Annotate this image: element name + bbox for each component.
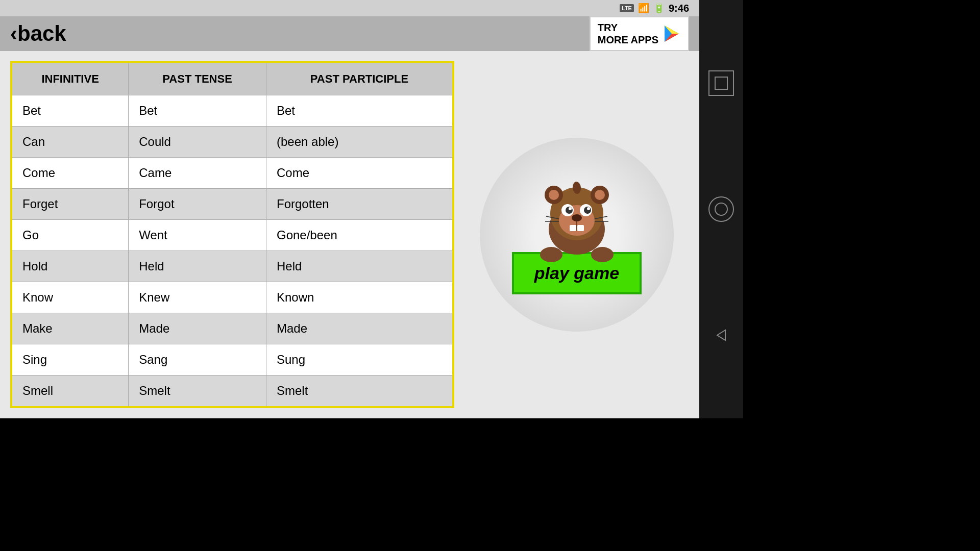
status-time: 9:46 bbox=[669, 3, 689, 14]
table-cell: Sang bbox=[129, 344, 266, 375]
svg-rect-28 bbox=[715, 77, 727, 89]
table-cell: Come bbox=[266, 158, 452, 189]
table-row: BetBetBet bbox=[12, 95, 452, 127]
table-row: ComeCameCome bbox=[12, 158, 452, 189]
svg-point-25 bbox=[540, 247, 562, 262]
table-cell: Hold bbox=[12, 251, 129, 282]
table-cell: Forget bbox=[12, 189, 129, 220]
table-cell: Can bbox=[12, 127, 129, 158]
table-cell: Come bbox=[12, 158, 129, 189]
table-cell: Smelt bbox=[129, 375, 266, 407]
play-store-icon bbox=[663, 24, 681, 43]
battery-icon: 🔋 bbox=[653, 3, 665, 14]
signal-icon: 📶 bbox=[638, 3, 649, 14]
back-triangle-button[interactable] bbox=[708, 322, 734, 348]
beaver-mascot bbox=[531, 176, 623, 267]
body-area: INFINITIVE PAST TENSE PAST PARTICIPLE Be… bbox=[0, 51, 699, 418]
table-cell: Bet bbox=[12, 95, 129, 127]
header: ‹back TRY MORE APPS bbox=[0, 16, 699, 51]
table-cell: Held bbox=[129, 251, 266, 282]
svg-marker-30 bbox=[717, 330, 725, 340]
svg-point-16 bbox=[587, 207, 590, 210]
table-cell: Smelt bbox=[266, 375, 452, 407]
table-cell: Forgot bbox=[129, 189, 266, 220]
try-more-apps-label: TRY MORE APPS bbox=[598, 21, 658, 46]
table-cell: Made bbox=[266, 313, 452, 344]
table-cell: Know bbox=[12, 282, 129, 313]
table-cell: Known bbox=[266, 282, 452, 313]
table-cell: Gone/been bbox=[266, 220, 452, 251]
table-cell: Sung bbox=[266, 344, 452, 375]
table-cell: (been able) bbox=[266, 127, 452, 158]
status-bar: LTE 📶 🔋 9:46 bbox=[0, 0, 699, 16]
svg-point-8 bbox=[549, 190, 559, 200]
table-cell: Knew bbox=[129, 282, 266, 313]
table-row: GoWentGone/been bbox=[12, 220, 452, 251]
table-cell: Came bbox=[129, 158, 266, 189]
beaver-svg bbox=[531, 176, 623, 267]
svg-point-15 bbox=[569, 207, 572, 210]
back-triangle-icon bbox=[714, 328, 728, 342]
table-row: CanCould(been able) bbox=[12, 127, 452, 158]
table-cell: Make bbox=[12, 313, 129, 344]
col-infinitive: INFINITIVE bbox=[12, 63, 129, 95]
verb-table-container: INFINITIVE PAST TENSE PAST PARTICIPLE Be… bbox=[10, 61, 454, 408]
table-row: ForgetForgotForgotten bbox=[12, 189, 452, 220]
square-icon bbox=[714, 76, 728, 90]
table-row: SmellSmeltSmelt bbox=[12, 375, 452, 407]
table-row: SingSangSung bbox=[12, 344, 452, 375]
table-cell: Could bbox=[129, 127, 266, 158]
circle-button[interactable] bbox=[708, 196, 734, 222]
table-cell: Made bbox=[129, 313, 266, 344]
table-cell: Go bbox=[12, 220, 129, 251]
table-cell: Held bbox=[266, 251, 452, 282]
table-cell: Sing bbox=[12, 344, 129, 375]
lte-indicator: LTE bbox=[620, 4, 634, 12]
svg-rect-19 bbox=[570, 225, 576, 231]
table-body: BetBetBetCanCould(been able)ComeCameCome… bbox=[12, 95, 452, 407]
right-panel: play game bbox=[464, 61, 689, 408]
square-button[interactable] bbox=[708, 70, 734, 96]
table-row: HoldHeldHeld bbox=[12, 251, 452, 282]
game-area: play game bbox=[480, 138, 674, 332]
svg-point-17 bbox=[572, 214, 582, 221]
table-cell: Bet bbox=[266, 95, 452, 127]
col-past-tense: PAST TENSE bbox=[129, 63, 266, 95]
table-cell: Forgotten bbox=[266, 189, 452, 220]
svg-point-26 bbox=[591, 247, 614, 262]
back-button[interactable]: ‹back bbox=[10, 21, 66, 46]
right-nav bbox=[699, 0, 743, 418]
try-more-apps-button[interactable]: TRY MORE APPS bbox=[590, 16, 689, 51]
svg-point-9 bbox=[595, 190, 605, 200]
table-cell: Smell bbox=[12, 375, 129, 407]
verb-table: INFINITIVE PAST TENSE PAST PARTICIPLE Be… bbox=[12, 63, 452, 406]
svg-point-29 bbox=[715, 203, 727, 215]
svg-rect-20 bbox=[577, 225, 584, 231]
table-row: MakeMadeMade bbox=[12, 313, 452, 344]
table-cell: Bet bbox=[129, 95, 266, 127]
table-row: KnowKnewKnown bbox=[12, 282, 452, 313]
col-past-participle: PAST PARTICIPLE bbox=[266, 63, 452, 95]
table-cell: Went bbox=[129, 220, 266, 251]
circle-icon bbox=[714, 202, 728, 216]
